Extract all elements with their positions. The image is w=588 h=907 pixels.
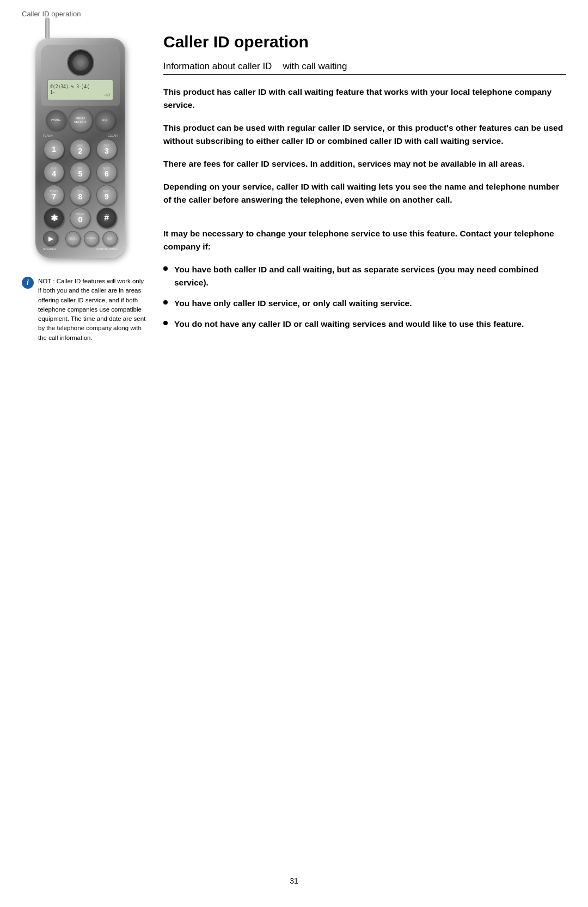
- phone-btn: PHONE: [46, 110, 66, 131]
- note-text: NOT : Caller ID features will work only …: [38, 277, 147, 343]
- key-7[interactable]: PORS 7: [44, 185, 64, 205]
- bottom-labels: SPEAKER REMOVE PAUSE: [43, 247, 118, 251]
- phone-display: #(2)34).% 3-)4( 1- -%7: [47, 80, 113, 100]
- remove-pause-label: REMOVE PAUSE: [96, 247, 118, 251]
- page-title: Caller ID operation: [163, 33, 566, 51]
- key-8[interactable]: TUV 8: [70, 185, 90, 205]
- redial-btn[interactable]: REDIAL: [84, 231, 99, 246]
- bullet-text-3: You do not have any caller ID or call wa…: [174, 318, 524, 331]
- bullet-text-2: You have only caller ID service, or only…: [174, 297, 412, 310]
- heading-part2: with call waiting: [283, 61, 347, 72]
- phone-illustration: #(2)34).% 3-)4( 1- -%7 PHONE MENUSELECT …: [35, 38, 133, 258]
- key-6[interactable]: MNO 6: [96, 162, 117, 182]
- left-column: #(2)34).% 3-)4( 1- -%7 PHONE MENUSELECT …: [22, 27, 147, 343]
- key-3[interactable]: DEF 3: [96, 139, 117, 160]
- page-number: 31: [290, 876, 298, 885]
- key-1[interactable]: 1: [44, 139, 64, 160]
- paragraph-1: This product has caller ID with call wai…: [163, 86, 566, 112]
- mute-btn[interactable]: MUTE: [65, 231, 81, 246]
- speaker-btn[interactable]: ▶: [43, 231, 58, 246]
- phone-bottom-row: ▶ MUTE REDIAL INT: [43, 231, 118, 246]
- page-header-label: Caller ID operation: [22, 10, 81, 18]
- display-line3: -%7: [103, 93, 111, 98]
- bullet-item-1: You have both caller ID and call waiting…: [163, 263, 566, 289]
- bullet-dot-2: [163, 300, 168, 305]
- note-box: i NOT : Caller ID features will work onl…: [22, 277, 147, 343]
- key-hash[interactable]: #: [96, 208, 117, 228]
- bullet-list: You have both caller ID and call waiting…: [163, 263, 566, 331]
- phone-nav-area: PHONE MENUSELECT OFF: [41, 108, 120, 132]
- keypad-grid: 1 ABC 2 DEF 3 GHI 4: [42, 139, 119, 228]
- phone-speaker: [67, 49, 94, 76]
- off-btn[interactable]: OFF: [95, 110, 115, 131]
- key-star[interactable]: ✱: [44, 208, 64, 228]
- key-0[interactable]: OPER 0: [70, 208, 90, 228]
- bullet-item-3: You do not have any caller ID or call wa…: [163, 318, 566, 331]
- paragraph-5: It may be necessary to change your telep…: [163, 227, 566, 253]
- key-4[interactable]: GHI 4: [44, 162, 64, 182]
- menu-select-btn[interactable]: MENUSELECT: [69, 108, 93, 132]
- int-btn[interactable]: INT: [102, 231, 118, 246]
- display-line2: 1-: [50, 90, 89, 95]
- phone-antenna: [45, 17, 50, 39]
- info-icon: i: [22, 277, 34, 289]
- right-column: Caller ID operation Information about ca…: [163, 27, 566, 343]
- phone-top-section: #(2)34).% 3-)4( 1- -%7: [41, 45, 120, 106]
- heading-part1: Information about caller ID: [163, 61, 272, 72]
- bullet-text-1: You have both caller ID and call waiting…: [174, 263, 566, 289]
- key-2[interactable]: ABC 2: [70, 139, 90, 160]
- key-9[interactable]: WXY 9: [96, 185, 117, 205]
- key-5[interactable]: JKL 5: [70, 162, 90, 182]
- paragraph-2: This product can be used with regular ca…: [163, 121, 566, 148]
- bullet-dot-1: [163, 266, 168, 271]
- paragraph-3: There are fees for caller ID services. I…: [163, 157, 566, 171]
- note-content: NOT : Caller ID features will work only …: [38, 278, 145, 341]
- bullet-item-2: You have only caller ID service, or only…: [163, 297, 566, 310]
- clear-label: CLEAR: [108, 134, 118, 137]
- display-line1: #(2)34).% 3-)4(: [50, 84, 89, 90]
- bullet-dot-3: [163, 321, 168, 325]
- paragraph-4: Depending on your service, caller ID wit…: [163, 180, 566, 206]
- section-divider: [163, 216, 566, 227]
- flash-label: FLASH: [43, 134, 53, 137]
- speaker-label: SPEAKER: [43, 247, 56, 251]
- section-heading: Information about caller ID with call wa…: [163, 61, 566, 75]
